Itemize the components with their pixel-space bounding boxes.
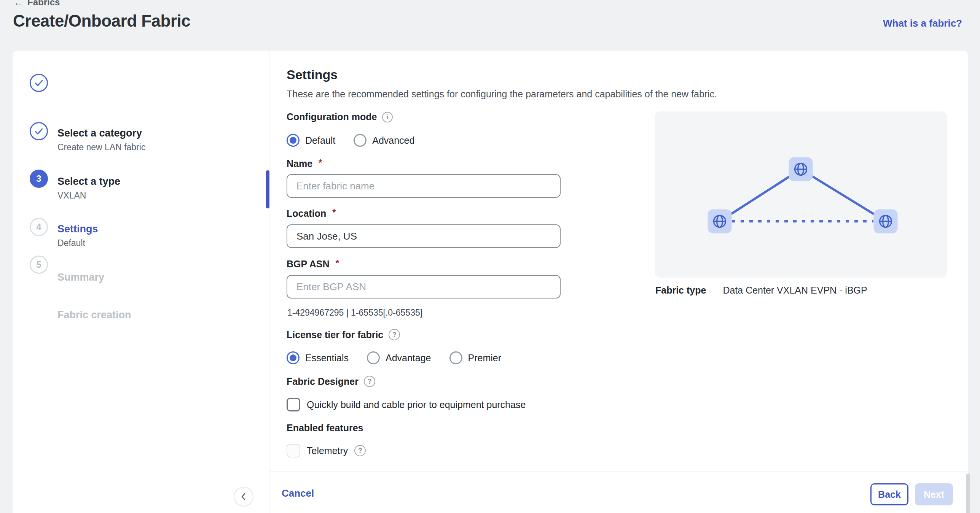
step-sublabel: Create new LAN fabric [57,142,145,152]
radio-option-default[interactable]: Default [287,134,335,147]
step-number-badge: 3 [30,170,48,188]
configuration-mode-radio-group: Default Advanced [287,134,414,147]
radio-label: Essentials [305,353,349,364]
checkbox-disabled-icon [287,444,300,457]
fabric-designer-checkbox-row[interactable]: Quickly build and cable prior to equipme… [287,398,526,411]
fabric-topology-diagram [655,111,947,278]
create-onboard-fabric-page: ← Fabrics Create/Onboard Fabric What is … [0,0,980,513]
radio-label: Advantage [386,353,431,364]
step-label: Summary [57,272,104,283]
radio-option-essentials[interactable]: Essentials [287,351,349,364]
fabric-topology-panel [655,111,947,278]
step-label: Settings [57,223,98,235]
radio-selected-icon [287,351,300,364]
location-label: Location [287,208,326,219]
bgp-asn-label: BGP ASN [287,259,330,270]
step-label: Select a category [57,127,142,139]
bgp-asn-helper-text: 1-4294967295 | 1-65535[.0-65535] [287,308,422,318]
radio-option-advanced[interactable]: Advanced [354,134,414,147]
name-label-row: Name* [287,158,322,169]
back-arrow-icon: ← [14,0,24,7]
fabric-type-label: Fabric type [655,285,706,296]
check-icon [31,74,47,92]
radio-label: Default [305,135,335,146]
globe-node-icon [789,157,813,181]
scrollbar-thumb[interactable] [966,473,970,513]
radio-option-advantage[interactable]: Advantage [367,351,431,364]
fabric-designer-label-row: Fabric Designer ? [287,376,375,387]
telemetry-checkbox-row[interactable]: Telemetry ? [287,444,366,457]
step-number-badge: 5 [30,256,48,274]
step-complete-icon [30,122,48,140]
required-marker: * [332,207,336,218]
fabric-designer-label: Fabric Designer [287,376,359,387]
location-input[interactable] [287,224,561,248]
cancel-button[interactable]: Cancel [282,488,314,499]
fabric-name-input[interactable] [287,174,561,198]
breadcrumb-label: Fabrics [27,0,60,8]
radio-label: Advanced [372,135,414,146]
enabled-features-label-row: Enabled features [287,422,363,434]
step-label: Select a type [57,176,120,187]
settings-description: These are the recommended settings for c… [287,89,717,100]
checkbox-label: Telemetry [307,445,348,456]
settings-heading: Settings [287,67,338,82]
enabled-features-label: Enabled features [287,422,363,434]
checkbox-label: Quickly build and cable prior to equipme… [307,399,526,410]
license-tier-label: License tier for fabric [287,329,383,340]
license-tier-radio-group: Essentials Advantage Premier [287,351,501,364]
next-button[interactable]: Next [915,483,953,505]
step-sublabel: VXLAN [57,191,86,201]
required-marker: * [336,258,339,268]
license-tier-label-row: License tier for fabric ? [287,329,400,340]
step-label: Fabric creation [57,309,131,321]
required-marker: * [319,157,322,168]
bgp-asn-label-row: BGP ASN* [287,259,339,270]
wizard-card: Select a category Create new LAN fabric … [13,51,968,513]
check-icon [31,122,47,140]
chevron-left-icon [239,492,248,501]
globe-node-icon [708,210,732,233]
checkbox-unchecked-icon [287,398,300,411]
help-icon[interactable]: ? [354,445,366,456]
help-icon[interactable]: ? [364,376,375,387]
fabric-type-row: Fabric type Data Center VXLAN EVPN - iBG… [655,285,867,296]
collapse-stepper-button[interactable] [234,487,253,507]
radio-unselected-icon [367,351,380,364]
location-label-row: Location* [287,208,336,219]
bgp-asn-input[interactable] [287,275,561,299]
info-icon[interactable]: i [382,112,393,122]
name-label: Name [287,158,312,169]
step-complete-icon [30,74,48,92]
radio-unselected-icon [354,134,367,147]
step-number-badge: 4 [30,218,48,236]
globe-node-icon [874,210,898,233]
page-title: Create/Onboard Fabric [13,11,190,30]
radio-option-premier[interactable]: Premier [449,351,502,364]
radio-label: Premier [468,353,502,364]
what-is-fabric-link[interactable]: What is a fabric? [883,17,962,29]
stepper-divider [269,51,269,513]
footer-bar [269,472,968,513]
radio-unselected-icon [449,351,462,364]
help-icon[interactable]: ? [389,329,400,340]
fabric-type-value: Data Center VXLAN EVPN - iBGP [723,285,867,296]
configuration-mode-label-row: Configuration mode i [287,111,393,122]
step-sublabel: Default [57,238,85,248]
configuration-mode-label: Configuration mode [287,111,377,122]
breadcrumb[interactable]: ← Fabrics [14,0,60,8]
radio-selected-icon [287,134,300,147]
back-button[interactable]: Back [870,483,908,505]
active-step-indicator [266,170,269,208]
